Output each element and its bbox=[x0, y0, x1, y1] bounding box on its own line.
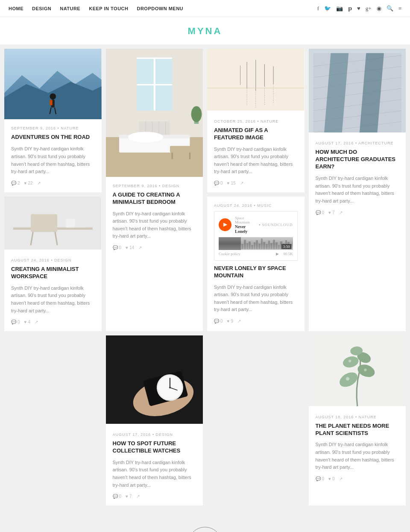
facebook-icon[interactable]: f bbox=[317, 5, 319, 12]
like-icon: ♥ bbox=[24, 320, 27, 324]
card-plants-footer: 💬 0 ♥ 0 ↗ bbox=[316, 476, 399, 481]
sc-logo: ▪ SOUNDCLOUD bbox=[259, 223, 293, 227]
pinterest-icon[interactable]: 𝗽 bbox=[348, 5, 352, 12]
svg-rect-59 bbox=[66, 219, 75, 228]
sc-song: Never Lonely bbox=[235, 224, 255, 234]
sc-artist: Space Mountain bbox=[235, 216, 255, 224]
instagram-icon[interactable]: 📷 bbox=[336, 5, 343, 12]
card-music: AUGUST 24, 2016 • MUSIC ▶ Space Mountain… bbox=[207, 197, 305, 331]
card-architecture-meta: AUGUST 17, 2016 • ARCHITECTURE bbox=[316, 141, 399, 145]
navbar: HOME DESIGN NATURE KEEP IN TOUCH DROPDOW… bbox=[0, 0, 410, 17]
card-adventures-image[interactable] bbox=[4, 49, 102, 119]
like-icon: ♥ bbox=[227, 181, 230, 185]
card-gif-body: OCTOBER 25, 2016 • NATURE ANIMATED GIF A… bbox=[207, 112, 305, 192]
masonry-grid: SEPTEMBER 9, 2016 • NATURE ADVENTURES ON… bbox=[4, 49, 406, 506]
comment-icon: 💬 bbox=[113, 245, 118, 250]
card-plants-title[interactable]: THE PLANET NEEDS MORE PLANT SCIENTISTS bbox=[316, 423, 399, 437]
like-count: ♥ 22 bbox=[24, 181, 33, 185]
card-plants-meta: AUGUST 18, 2016 • NATURE bbox=[316, 415, 399, 419]
sc-waveform[interactable]: 3:50 bbox=[219, 237, 293, 250]
card-architecture-image[interactable] bbox=[309, 49, 406, 134]
card-gif: OCTOBER 25, 2016 • NATURE ANIMATED GIF A… bbox=[207, 49, 305, 192]
card-bedroom-image[interactable] bbox=[106, 49, 203, 177]
share-icon[interactable]: ↗ bbox=[136, 494, 140, 499]
rss-icon[interactable]: ◉ bbox=[377, 5, 381, 12]
card-adventures-excerpt: Synth DIY try-hard cardigan kinfolk arti… bbox=[11, 145, 95, 175]
share-icon[interactable]: ↗ bbox=[138, 245, 142, 250]
card-workspace-image[interactable] bbox=[4, 197, 102, 251]
svg-point-68 bbox=[169, 387, 170, 388]
card-gif-footer: 💬 0 ♥ 15 ↗ bbox=[214, 181, 298, 185]
nav-design[interactable]: DESIGN bbox=[32, 6, 51, 11]
svg-point-76 bbox=[364, 369, 366, 371]
comment-count: 💬 0 bbox=[113, 245, 122, 250]
card-bedroom-meta: SEPTEMBER 9, 2016 • DESIGN bbox=[113, 184, 196, 188]
card-architecture-excerpt: Synth DIY try-hard cardigan kinfolk arti… bbox=[316, 175, 399, 205]
card-workspace-body: AUGUST 24, 2016 • DESIGN CREATING A MINI… bbox=[4, 251, 102, 331]
search-icon[interactable]: 🔍 bbox=[387, 5, 393, 12]
sc-play-button[interactable]: ▶ bbox=[219, 218, 231, 231]
card-bedroom: SEPTEMBER 9, 2016 • DESIGN A GUIDE TO CR… bbox=[106, 49, 203, 331]
share-icon[interactable]: ↗ bbox=[37, 181, 41, 185]
soundcloud-embed: ▶ Space Mountain Never Lonely ▪ SOUNDCLO… bbox=[214, 211, 298, 261]
card-music-meta: AUGUST 24, 2016 • MUSIC bbox=[214, 203, 298, 208]
share-icon[interactable]: ↗ bbox=[35, 320, 38, 324]
card-workspace: AUGUST 24, 2016 • DESIGN CREATING A MINI… bbox=[4, 197, 102, 331]
comment-icon: 💬 bbox=[113, 494, 118, 499]
card-architecture-title[interactable]: HOW MUCH DO ARCHITECTURE GRADUATES EARN? bbox=[316, 149, 399, 170]
nav-home[interactable]: HOME bbox=[9, 6, 23, 11]
svg-rect-14 bbox=[137, 84, 172, 85]
nav-keep-in-touch[interactable]: KEEP IN TOUCH bbox=[89, 6, 128, 11]
svg-rect-56 bbox=[31, 214, 57, 232]
svg-rect-23 bbox=[170, 146, 192, 153]
comment-icon: 💬 bbox=[11, 320, 16, 324]
card-plants-image[interactable] bbox=[309, 335, 406, 408]
site-title: MYNA bbox=[0, 26, 410, 37]
menu-icon[interactable]: ≡ bbox=[398, 5, 401, 12]
card-bedroom-footer: 💬 0 ♥ 14 ↗ bbox=[113, 245, 196, 250]
share-icon[interactable]: ↗ bbox=[339, 210, 343, 215]
card-music-title[interactable]: NEVER LONELY BY SPACE MOUNTAIN bbox=[214, 265, 298, 279]
sc-duration: 3:50 bbox=[281, 244, 291, 249]
card-music-footer: 💬 0 ♥ 9 ↗ bbox=[214, 319, 298, 323]
nav-nature[interactable]: NATURE bbox=[60, 6, 80, 11]
share-icon[interactable]: ↗ bbox=[237, 319, 241, 323]
card-architecture-footer: 💬 0 ♥ 7 ↗ bbox=[316, 210, 399, 215]
card-workspace-title[interactable]: CREATING A MINIMALIST WORKSPACE bbox=[11, 266, 95, 280]
comment-icon: 💬 bbox=[214, 319, 219, 323]
twitter-icon[interactable]: 🐦 bbox=[324, 5, 331, 12]
card-watches-title[interactable]: HOW TO SPOT FUTURE COLLECTIBLE WATCHES bbox=[113, 440, 196, 455]
card-gif-title[interactable]: ANIMATED GIF AS A FEATURED IMAGE bbox=[214, 127, 298, 141]
load-more-button[interactable]: LOAD MORE bbox=[188, 527, 222, 532]
card-watches-excerpt: Synth DIY try-hard cardigan kinfolk arti… bbox=[113, 459, 196, 489]
comment-icon: 💬 bbox=[11, 181, 16, 185]
svg-rect-69 bbox=[309, 335, 406, 406]
svg-point-75 bbox=[346, 377, 349, 380]
card-adventures-title[interactable]: ADVENTURES ON THE ROAD bbox=[11, 134, 95, 141]
share-icon[interactable]: ↗ bbox=[240, 181, 243, 185]
card-architecture: AUGUST 17, 2016 • ARCHITECTURE HOW MUCH … bbox=[309, 49, 406, 331]
nav-left: HOME DESIGN NATURE KEEP IN TOUCH DROPDOW… bbox=[9, 6, 183, 11]
comment-count: 💬 2 bbox=[11, 181, 20, 185]
card-watches-body: AUGUST 17, 2016 • DESIGN HOW TO SPOT FUT… bbox=[106, 426, 203, 506]
like-icon: ♥ bbox=[126, 245, 128, 250]
card-bedroom-title[interactable]: A GUIDE TO CREATING A MINIMALIST BEDROOM bbox=[113, 191, 196, 206]
svg-rect-38 bbox=[207, 88, 304, 88]
comment-icon: 💬 bbox=[316, 210, 321, 215]
card-watches-meta: AUGUST 17, 2016 • DESIGN bbox=[113, 432, 196, 437]
sc-cookie[interactable]: Cookie policy bbox=[219, 252, 240, 256]
card-watches-footer: 💬 0 ♥ 7 ↗ bbox=[113, 494, 196, 499]
comment-icon: 💬 bbox=[316, 476, 321, 481]
svg-point-3 bbox=[50, 93, 56, 99]
google-plus-icon[interactable]: g+ bbox=[366, 5, 372, 12]
svg-rect-5 bbox=[50, 100, 53, 105]
card-watches-image[interactable] bbox=[106, 335, 203, 426]
share-icon[interactable]: ↗ bbox=[339, 476, 343, 481]
heart-icon[interactable]: ♥ bbox=[357, 5, 360, 12]
sc-play-small[interactable]: ▶ bbox=[276, 252, 279, 256]
card-gif-image[interactable] bbox=[207, 49, 305, 112]
card-workspace-meta: AUGUST 24, 2016 • DESIGN bbox=[11, 258, 95, 262]
card-adventures-meta: SEPTEMBER 9, 2016 • NATURE bbox=[11, 126, 95, 130]
like-icon: ♥ bbox=[24, 181, 27, 185]
nav-dropdown[interactable]: DROPDOWN MENU bbox=[137, 6, 183, 11]
